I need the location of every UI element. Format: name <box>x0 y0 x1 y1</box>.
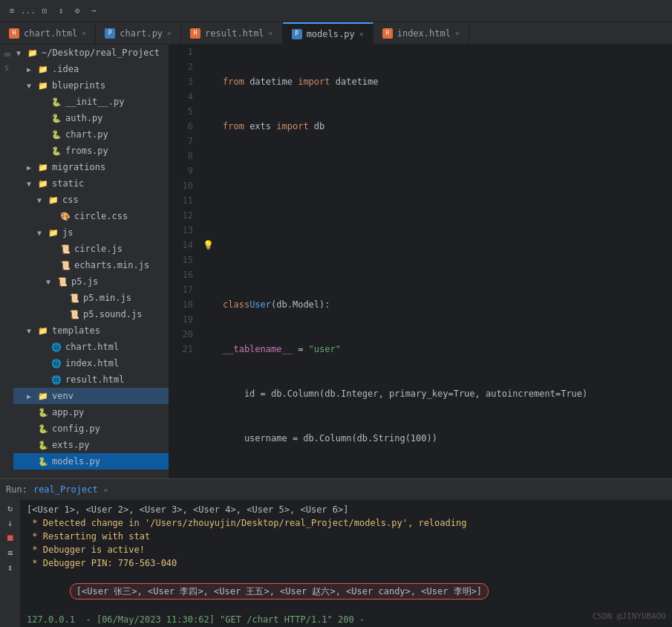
tree-item-p5-js[interactable]: ▼ 📜 p5.js <box>13 273 169 290</box>
tab-close-result-html[interactable]: ✕ <box>269 29 273 37</box>
stop-icon[interactable]: ⏹ <box>6 533 15 543</box>
tree-item-index-html[interactable]: 🌐 index.html <box>13 355 169 371</box>
tree-item-venv[interactable]: ▶ 📁 venv <box>13 388 169 404</box>
split-icon[interactable]: ↕ <box>55 5 67 17</box>
tab-models-py[interactable]: P models.py ✕ <box>283 22 373 44</box>
gutter-7 <box>199 134 217 149</box>
tree-item-js[interactable]: ▼ 📁 js <box>13 224 169 241</box>
css-folder-icon: 📁 <box>48 194 59 206</box>
idea-label: .idea <box>52 64 79 74</box>
templates-folder-icon: 📁 <box>37 325 49 337</box>
root-folder-icon: 📁 <box>27 47 39 59</box>
templates-arrow: ▼ <box>27 327 37 335</box>
root-arrow: ▼ <box>16 49 27 57</box>
tab-chart-py[interactable]: P chart.py ✕ <box>96 22 181 44</box>
circle-css-label: circle.css <box>74 211 128 221</box>
exts-py-icon: 🐍 <box>37 439 49 451</box>
more-icon[interactable]: ... <box>22 5 34 17</box>
line-gutter: 💡 <box>199 45 217 478</box>
code-editor: 12345 678910 1112131415 1617181920 21 <box>169 45 672 478</box>
tree-item-models-py[interactable]: 🐍 models.py <box>13 453 169 470</box>
chart-py-icon: 🐍 <box>50 129 62 140</box>
gutter-17 <box>199 282 217 297</box>
bookmark-icon[interactable]: B <box>3 52 11 56</box>
console-line-6: [<User 张三>, <User 李四>, <User 王五>, <User … <box>27 570 666 613</box>
tree-root[interactable]: ▼ 📁 ~/Desktop/real_Project <box>13 45 169 61</box>
js-label: js <box>62 227 73 238</box>
tree-item-p5-sound[interactable]: 📜 p5.sound.js <box>13 306 169 322</box>
auth-py-label: auth.py <box>65 113 103 123</box>
close-run-icon[interactable]: ✕ <box>104 486 108 494</box>
tab-label-models-py: models.py <box>307 29 355 39</box>
blueprints-arrow: ▼ <box>27 82 37 90</box>
circle-js-icon: 📜 <box>59 243 71 255</box>
tab-icon-chart-html: H <box>9 28 19 39</box>
tree-item-circle-js[interactable]: 📜 circle.js <box>13 241 169 257</box>
tree-item-idea[interactable]: ▶ 📁 .idea <box>13 61 169 77</box>
top-toolbar: ≡ ... ⊡ ↕ ⚙ → <box>0 0 672 22</box>
tree-item-result-html[interactable]: 🌐 result.html <box>13 371 169 388</box>
tree-item-chart-html[interactable]: 🌐 chart.html <box>13 339 169 355</box>
tree-item-echarts[interactable]: 📜 echarts.min.js <box>13 257 169 273</box>
code-line-7: __tablename__ = "user" <box>223 342 672 357</box>
gutter-10 <box>199 178 217 193</box>
tab-close-chart-py[interactable]: ✕ <box>167 29 172 37</box>
gutter-20 <box>199 327 217 342</box>
console-line-4: * Debugger is active! <box>27 543 666 556</box>
tree-item-circle-css[interactable]: 🎨 circle.css <box>13 208 169 224</box>
settings-icon[interactable]: ⚙ <box>71 5 83 17</box>
venv-arrow: ▶ <box>27 392 37 400</box>
tab-icon-models-py: P <box>292 29 302 39</box>
tab-index-html[interactable]: H index.html ✕ <box>373 22 469 44</box>
tree-item-migrations[interactable]: ▶ 📁 migrations <box>13 159 169 175</box>
console-output[interactable]: [<User 1>, <User 2>, <User 3>, <User 4>,… <box>21 500 672 627</box>
tab-chart-html[interactable]: H chart.html ✕ <box>0 22 96 44</box>
tree-item-chart-py[interactable]: 🐍 chart.py <box>13 126 169 143</box>
tree-item-p5-min[interactable]: 📜 p5.min.js <box>13 290 169 306</box>
tab-close-chart-html[interactable]: ✕ <box>82 29 86 37</box>
code-line-2: from exts import db <box>223 119 672 134</box>
restart-icon[interactable]: ↻ <box>7 503 13 513</box>
tree-item-auth-py[interactable]: 🐍 auth.py <box>13 110 169 126</box>
models-py-label: models.py <box>52 456 100 467</box>
tree-item-css[interactable]: ▼ 📁 css <box>13 192 169 208</box>
tree-item-init-py[interactable]: 🐍 __init__.py <box>13 94 169 110</box>
p5-js-label: p5.js <box>71 276 98 287</box>
circle-css-icon: 🎨 <box>59 210 71 222</box>
gutter-19 <box>199 312 217 327</box>
console-menu-icon[interactable]: ≡ <box>7 548 13 558</box>
static-folder-icon: 📁 <box>37 178 49 189</box>
gutter-21 <box>199 342 217 357</box>
wrap-icon[interactable]: ↕ <box>7 562 13 573</box>
p5-min-label: p5.min.js <box>83 293 131 303</box>
migrations-label: migrations <box>52 162 105 172</box>
code-lines[interactable]: from datetime import datetime from exts … <box>217 45 672 478</box>
blueprints-folder-icon: 📁 <box>37 79 49 91</box>
gutter-15 <box>199 253 217 267</box>
tree-item-froms-py[interactable]: 🐍 froms.py <box>13 143 169 159</box>
menu-icon[interactable]: ≡ <box>6 5 18 17</box>
tree-item-config-py[interactable]: 🐍 config.py <box>13 420 169 437</box>
chart-py-label: chart.py <box>65 129 108 140</box>
js-folder-icon: 📁 <box>48 227 59 238</box>
run-icon[interactable]: → <box>88 5 100 17</box>
tree-item-static[interactable]: ▼ 📁 static <box>13 175 169 192</box>
structure-icon[interactable]: S <box>4 65 8 72</box>
layout-icon[interactable]: ⊡ <box>39 5 50 17</box>
tab-icon-chart-py: P <box>105 28 115 39</box>
tab-result-html[interactable]: H result.html ✕ <box>181 22 283 44</box>
scroll-down-icon[interactable]: ↓ <box>7 518 13 528</box>
code-line-6: class User(db.Model): <box>223 297 672 312</box>
main-area: B S ▼ 📁 ~/Desktop/real_Project ▶ 📁 .idea… <box>0 45 672 478</box>
console-line-5: * Debugger PIN: 776-563-040 <box>27 556 666 570</box>
tree-item-templates[interactable]: ▼ 📁 templates <box>13 322 169 339</box>
migrations-arrow: ▶ <box>27 163 37 172</box>
tree-item-blueprints[interactable]: ▼ 📁 blueprints <box>13 77 169 94</box>
tab-close-index-html[interactable]: ✕ <box>455 29 460 37</box>
tree-item-app-py[interactable]: 🐍 app.py <box>13 404 169 420</box>
tab-close-models-py[interactable]: ✕ <box>359 30 364 38</box>
p5-min-icon: 📜 <box>68 292 80 304</box>
code-content[interactable]: 12345 678910 1112131415 1617181920 21 <box>169 45 672 478</box>
tree-item-exts-py[interactable]: 🐍 exts.py <box>13 437 169 453</box>
run-project-name[interactable]: real_Project <box>33 484 98 495</box>
